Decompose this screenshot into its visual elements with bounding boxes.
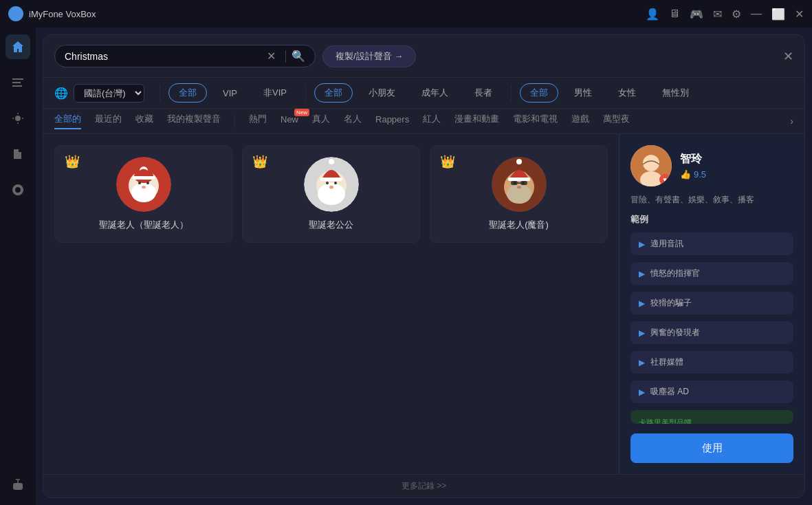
tab-my-voices[interactable]: 我的複製聲音 bbox=[167, 113, 221, 129]
detail-panel: ♥ 智玲 👍 9.5 冒險、有聲書、娛樂、敘事、播客 範例 bbox=[619, 134, 804, 474]
sample-text-4: 社群媒體 bbox=[650, 356, 683, 368]
copy-design-button[interactable]: 複製/設計聲音 → bbox=[322, 45, 416, 67]
filter-vip[interactable]: VIP bbox=[212, 85, 248, 102]
filter-non-vip[interactable]: 非VIP bbox=[253, 83, 297, 103]
filter-neutral[interactable]: 無性別 bbox=[652, 83, 699, 103]
bottom-bar: 更多記錄 >> bbox=[43, 474, 804, 497]
sample-item-0[interactable]: ▶ 適用音訊 bbox=[630, 233, 793, 255]
filter-senior[interactable]: 長者 bbox=[464, 83, 503, 103]
svg-rect-1 bbox=[12, 82, 21, 83]
partial-sample-item[interactable]: 卡路里美型品嚐 bbox=[630, 410, 793, 424]
sidebar-item-home[interactable] bbox=[6, 34, 30, 59]
voice-avatar-0 bbox=[116, 157, 171, 212]
sample-text-3: 興奮的發現者 bbox=[650, 327, 700, 339]
svg-point-14 bbox=[146, 182, 149, 184]
tab-popular[interactable]: 熱門 bbox=[249, 113, 267, 129]
tab-games[interactable]: 遊戲 bbox=[571, 113, 589, 129]
tab-rappers[interactable]: Rappers bbox=[375, 114, 409, 129]
tab-new[interactable]: New New bbox=[281, 114, 298, 129]
svg-point-24 bbox=[334, 182, 337, 184]
nav-tabs: 全部的 最近的 收藏 我的複製聲音 熱門 New New 真人 名人 Rappe… bbox=[43, 109, 804, 134]
sample-text-5: 吸塵器 AD bbox=[650, 386, 689, 398]
app-title: iMyFone VoxBox bbox=[29, 9, 96, 19]
voice-avatar-1 bbox=[304, 157, 359, 212]
filter-all-age[interactable]: 全部 bbox=[314, 83, 353, 103]
svg-point-15 bbox=[142, 186, 146, 189]
window-close-button[interactable]: ✕ bbox=[795, 8, 804, 21]
detail-rating: 👍 9.5 bbox=[680, 169, 793, 180]
use-button[interactable]: 使用 bbox=[630, 433, 793, 463]
svg-point-22 bbox=[329, 159, 334, 164]
voice-name-1: 聖誕老公公 bbox=[309, 219, 353, 231]
nav-separator bbox=[234, 115, 235, 127]
content-area: ✕ 🔍 複製/設計聲音 → ✕ 🌐 國語(台灣) 全部 VIP 非VIP bbox=[36, 28, 812, 505]
svg-rect-0 bbox=[12, 78, 23, 80]
tab-real[interactable]: 真人 bbox=[312, 113, 330, 129]
sidebar-item-record[interactable] bbox=[6, 106, 30, 131]
sample-item-5[interactable]: ▶ 吸塵器 AD bbox=[630, 380, 793, 403]
sidebar-item-files[interactable] bbox=[6, 142, 30, 166]
tab-favorites[interactable]: 收藏 bbox=[135, 113, 153, 129]
tab-anime[interactable]: 漫畫和動畫 bbox=[454, 113, 499, 129]
sample-item-2[interactable]: ▶ 狡猾的騙子 bbox=[630, 292, 793, 314]
sample-item-3[interactable]: ▶ 興奮的發現者 bbox=[630, 321, 793, 344]
detail-tags: 冒險、有聲書、娛樂、敘事、播客 bbox=[630, 193, 793, 206]
language-select[interactable]: 國語(台灣) bbox=[74, 84, 144, 103]
svg-point-30 bbox=[516, 159, 522, 164]
sample-item-1[interactable]: ▶ 憤怒的指揮官 bbox=[630, 262, 793, 285]
svg-rect-2 bbox=[12, 85, 22, 87]
nav-scroll-right[interactable]: › bbox=[790, 116, 793, 127]
svg-point-3 bbox=[15, 116, 21, 121]
modal-close-button[interactable]: ✕ bbox=[783, 49, 793, 64]
filter-all-gender[interactable]: 全部 bbox=[520, 83, 558, 103]
gamepad-icon[interactable]: 🎮 bbox=[690, 8, 703, 21]
svg-rect-4 bbox=[13, 483, 23, 490]
monitor-icon[interactable]: 🖥 bbox=[669, 8, 680, 20]
minimize-button[interactable]: — bbox=[751, 8, 762, 20]
cards-area: 👑 bbox=[43, 134, 619, 474]
svg-point-13 bbox=[138, 182, 141, 184]
filter-female[interactable]: 女性 bbox=[608, 83, 646, 103]
svg-point-23 bbox=[326, 182, 329, 184]
voice-name-0: 聖誕老人（聖誕老人） bbox=[99, 219, 188, 231]
tab-movies[interactable]: 電影和電視 bbox=[513, 113, 558, 129]
svg-rect-21 bbox=[320, 178, 342, 181]
filter-adult[interactable]: 成年人 bbox=[411, 83, 459, 103]
play-icon-3: ▶ bbox=[639, 328, 645, 338]
search-input[interactable] bbox=[65, 51, 267, 62]
voice-search-modal: ✕ 🔍 複製/設計聲音 → ✕ 🌐 國語(台灣) 全部 VIP 非VIP bbox=[43, 34, 805, 498]
sample-item-4[interactable]: ▶ 社群媒體 bbox=[630, 351, 793, 374]
tab-halloween[interactable]: 萬型夜 bbox=[603, 113, 630, 129]
rating-value: 9.5 bbox=[694, 169, 706, 180]
filter-divider-3 bbox=[511, 85, 512, 101]
tab-influencer[interactable]: 紅人 bbox=[423, 113, 441, 129]
tab-celebrity[interactable]: 名人 bbox=[344, 113, 362, 129]
sidebar-item-bot[interactable] bbox=[6, 473, 30, 498]
svg-point-5 bbox=[15, 486, 17, 488]
svg-point-6 bbox=[19, 486, 21, 488]
voice-card-2[interactable]: 👑 bbox=[430, 145, 608, 243]
tab-recent[interactable]: 最近的 bbox=[95, 113, 122, 129]
sidebar-item-text[interactable] bbox=[6, 70, 30, 95]
tab-all[interactable]: 全部的 bbox=[54, 113, 81, 129]
filter-kids[interactable]: 小朋友 bbox=[358, 83, 406, 103]
filter-all-vip[interactable]: 全部 bbox=[168, 83, 207, 103]
app-logo bbox=[8, 6, 23, 21]
mail-icon[interactable]: ✉ bbox=[713, 8, 722, 21]
person-icon[interactable]: 👤 bbox=[646, 8, 659, 21]
filter-male[interactable]: 男性 bbox=[564, 83, 602, 103]
maximize-button[interactable]: ⬜ bbox=[771, 8, 785, 21]
settings-icon[interactable]: ⚙ bbox=[732, 8, 741, 21]
sidebar-bottom bbox=[6, 473, 30, 498]
voice-card-1[interactable]: 👑 bbox=[242, 145, 420, 243]
detail-header: ♥ 智玲 👍 9.5 bbox=[630, 145, 793, 186]
voice-avatar-2 bbox=[492, 157, 547, 212]
svg-rect-35 bbox=[511, 181, 518, 185]
sidebar bbox=[0, 28, 36, 505]
sidebar-item-settings[interactable] bbox=[6, 178, 30, 202]
voice-card-0[interactable]: 👑 bbox=[54, 145, 232, 243]
play-icon-2: ▶ bbox=[639, 299, 645, 308]
title-bar: iMyFone VoxBox 👤 🖥 🎮 ✉ ⚙ — ⬜ ✕ bbox=[0, 0, 812, 28]
search-clear-button[interactable]: ✕ bbox=[267, 50, 276, 63]
more-records-link[interactable]: 更多記錄 >> bbox=[402, 481, 446, 491]
